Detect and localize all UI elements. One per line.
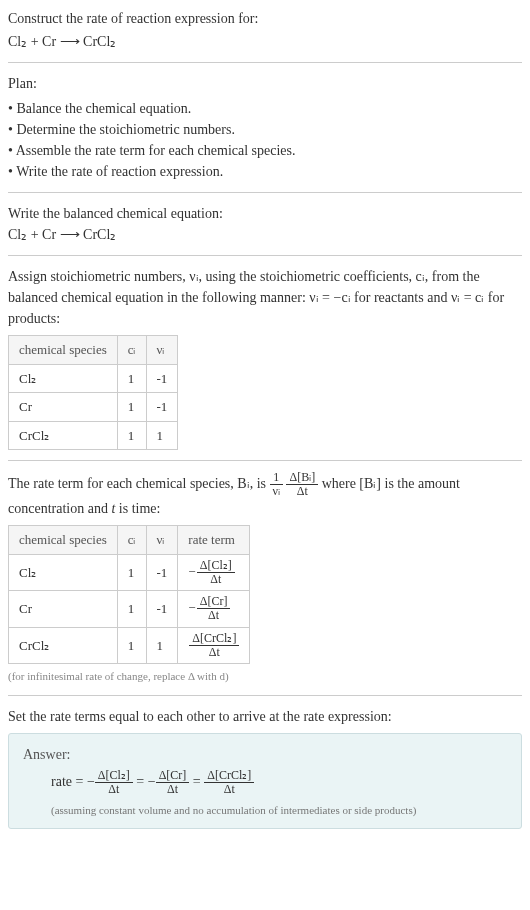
col-header: cᵢ xyxy=(117,336,146,365)
cell: 1 xyxy=(117,364,146,393)
denominator: Δt xyxy=(197,609,231,622)
numerator: Δ[Cl₂] xyxy=(95,769,133,783)
rateterm-section: The rate term for each chemical species,… xyxy=(8,471,522,685)
setequal-section: Set the rate terms equal to each other t… xyxy=(8,706,522,727)
table-row: CrCl₂ 1 1 xyxy=(9,421,178,450)
cell: -1 xyxy=(146,554,178,590)
cell: Δ[CrCl₂]Δt xyxy=(178,627,250,663)
balanced-heading: Write the balanced chemical equation: xyxy=(8,203,522,224)
table-header-row: chemical species cᵢ νᵢ rate term xyxy=(9,526,250,555)
cell: -1 xyxy=(146,393,178,422)
col-header: rate term xyxy=(178,526,250,555)
cell: Cl₂ xyxy=(9,364,118,393)
cell: −Δ[Cl₂]Δt xyxy=(178,554,250,590)
rate-label: rate = xyxy=(51,773,87,788)
cell: 1 xyxy=(146,421,178,450)
table-row: Cl₂ 1 -1 −Δ[Cl₂]Δt xyxy=(9,554,250,590)
numerator: Δ[Cr] xyxy=(197,595,231,609)
cell: −Δ[Cr]Δt xyxy=(178,591,250,627)
plan-item: Assemble the rate term for each chemical… xyxy=(8,140,522,161)
divider xyxy=(8,460,522,461)
rateterm-text: The rate term for each chemical species,… xyxy=(8,471,522,519)
table-row: Cr 1 -1 −Δ[Cr]Δt xyxy=(9,591,250,627)
cell: 1 xyxy=(117,421,146,450)
rateterm-note: (for infinitesimal rate of change, repla… xyxy=(8,668,522,685)
numerator: Δ[Cl₂] xyxy=(197,559,235,573)
numerator: Δ[Cr] xyxy=(156,769,190,783)
table-header-row: chemical species cᵢ νᵢ xyxy=(9,336,178,365)
plan-item: Write the rate of reaction expression. xyxy=(8,161,522,182)
answer-box: Answer: rate = −Δ[Cl₂]Δt = −Δ[Cr]Δt = Δ[… xyxy=(8,733,522,830)
prompt-section: Construct the rate of reaction expressio… xyxy=(8,8,522,52)
numerator: 1 xyxy=(270,471,283,485)
fraction: Δ[Cr]Δt xyxy=(156,769,190,796)
denominator: Δt xyxy=(95,783,133,796)
divider xyxy=(8,255,522,256)
cell: 1 xyxy=(146,627,178,663)
plan-item: Determine the stoichiometric numbers. xyxy=(8,119,522,140)
minus-sign: − xyxy=(188,564,195,579)
equals-sign: = xyxy=(193,773,204,788)
table-row: CrCl₂ 1 1 Δ[CrCl₂]Δt xyxy=(9,627,250,663)
cell: 1 xyxy=(117,554,146,590)
cell: -1 xyxy=(146,591,178,627)
prompt-equation: Cl₂ + Cr ⟶ CrCl₂ xyxy=(8,31,522,52)
balanced-equation: Cl₂ + Cr ⟶ CrCl₂ xyxy=(8,224,522,245)
setequal-text: Set the rate terms equal to each other t… xyxy=(8,706,522,727)
minus-sign: − xyxy=(87,773,95,788)
denominator: Δt xyxy=(156,783,190,796)
cell: Cr xyxy=(9,591,118,627)
plan-heading: Plan: xyxy=(8,73,522,94)
prompt-text: Construct the rate of reaction expressio… xyxy=(8,8,522,29)
fraction: Δ[Bᵢ] Δt xyxy=(286,471,318,498)
table-row: Cr 1 -1 xyxy=(9,393,178,422)
fraction: 1 νᵢ xyxy=(270,471,283,498)
numerator: Δ[Bᵢ] xyxy=(286,471,318,485)
cell: Cr xyxy=(9,393,118,422)
divider xyxy=(8,62,522,63)
plan-section: Plan: Balance the chemical equation. Det… xyxy=(8,73,522,182)
rateterm-table: chemical species cᵢ νᵢ rate term Cl₂ 1 -… xyxy=(8,525,250,664)
divider xyxy=(8,695,522,696)
minus-sign: − xyxy=(188,600,195,615)
fraction: Δ[Cl₂]Δt xyxy=(95,769,133,796)
col-header: chemical species xyxy=(9,526,118,555)
col-header: chemical species xyxy=(9,336,118,365)
assign-section: Assign stoichiometric numbers, νᵢ, using… xyxy=(8,266,522,450)
fraction: Δ[CrCl₂]Δt xyxy=(204,769,254,796)
fraction: Δ[CrCl₂]Δt xyxy=(189,632,239,659)
cell: -1 xyxy=(146,364,178,393)
balanced-section: Write the balanced chemical equation: Cl… xyxy=(8,203,522,245)
cell: 1 xyxy=(117,627,146,663)
answer-note: (assuming constant volume and no accumul… xyxy=(23,802,507,819)
col-header: νᵢ xyxy=(146,526,178,555)
cell: 1 xyxy=(117,591,146,627)
text: The rate term for each chemical species,… xyxy=(8,476,270,491)
cell: CrCl₂ xyxy=(9,421,118,450)
answer-label: Answer: xyxy=(23,744,507,765)
denominator: νᵢ xyxy=(270,485,283,498)
numerator: Δ[CrCl₂] xyxy=(204,769,254,783)
stoich-table: chemical species cᵢ νᵢ Cl₂ 1 -1 Cr 1 -1 … xyxy=(8,335,178,450)
divider xyxy=(8,192,522,193)
denominator: Δt xyxy=(286,485,318,498)
plan-list: Balance the chemical equation. Determine… xyxy=(8,98,522,182)
cell: CrCl₂ xyxy=(9,627,118,663)
denominator: Δt xyxy=(204,783,254,796)
cell: Cl₂ xyxy=(9,554,118,590)
col-header: νᵢ xyxy=(146,336,178,365)
numerator: Δ[CrCl₂] xyxy=(189,632,239,646)
equals-sign: = xyxy=(136,773,147,788)
denominator: Δt xyxy=(189,646,239,659)
denominator: Δt xyxy=(197,573,235,586)
assign-text: Assign stoichiometric numbers, νᵢ, using… xyxy=(8,266,522,329)
fraction: Δ[Cl₂]Δt xyxy=(197,559,235,586)
plan-item: Balance the chemical equation. xyxy=(8,98,522,119)
table-row: Cl₂ 1 -1 xyxy=(9,364,178,393)
text: is time: xyxy=(115,501,160,516)
col-header: cᵢ xyxy=(117,526,146,555)
fraction: Δ[Cr]Δt xyxy=(197,595,231,622)
answer-expression: rate = −Δ[Cl₂]Δt = −Δ[Cr]Δt = Δ[CrCl₂]Δt xyxy=(23,769,507,796)
minus-sign: − xyxy=(148,773,156,788)
cell: 1 xyxy=(117,393,146,422)
